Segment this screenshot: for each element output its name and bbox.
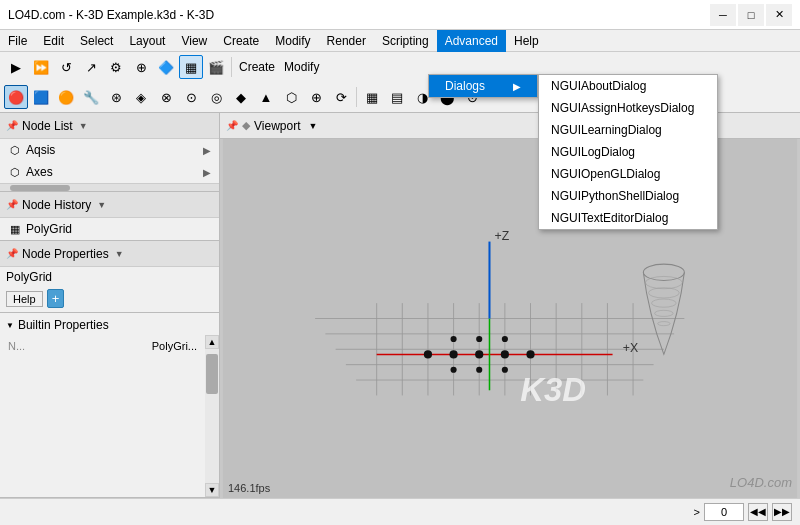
props-vscroll[interactable]: ▲ ▼ xyxy=(205,335,219,497)
toolbar-btn-select[interactable]: ▦ xyxy=(179,55,203,79)
watermark: LO4D.com xyxy=(730,474,792,490)
submenu-item-texteditor[interactable]: NGUITextEditorDialog xyxy=(539,207,717,229)
axes-arrow: ▶ xyxy=(203,167,211,178)
viewport-title: Viewport xyxy=(254,119,300,133)
svg-point-27 xyxy=(476,336,482,342)
svg-text:+X: +X xyxy=(623,341,638,355)
svg-point-31 xyxy=(502,367,508,373)
menu-advanced[interactable]: Advanced xyxy=(437,30,506,52)
toolbar-btn-render[interactable]: 🎬 xyxy=(204,55,228,79)
toolbar-btn-new[interactable]: ▶ xyxy=(4,55,28,79)
toolbar-btn-t10[interactable]: ◆ xyxy=(229,85,253,109)
toolbar-btn-move[interactable]: ↗ xyxy=(79,55,103,79)
help-button[interactable]: Help xyxy=(6,291,43,307)
menu-select[interactable]: Select xyxy=(72,30,121,52)
submenu-item-python[interactable]: NGUIPythonShellDialog xyxy=(539,185,717,207)
toolbar-modify-label: Modify xyxy=(280,60,323,74)
toolbar-btn-rotate[interactable]: ⚙ xyxy=(104,55,128,79)
menu-modify[interactable]: Modify xyxy=(267,30,318,52)
toolbar-btn-t5[interactable]: ⊛ xyxy=(104,85,128,109)
node-list-scrollbar[interactable] xyxy=(0,183,219,191)
submenu-item-opengl[interactable]: NGUIOpenGLDialog xyxy=(539,163,717,185)
dialogs-menu-item[interactable]: Dialogs ▶ xyxy=(429,75,537,97)
prop-item-1[interactable]: N... PolyGri... xyxy=(0,335,205,357)
statusbar-value-input[interactable] xyxy=(704,503,744,521)
props-help-row: Help + xyxy=(0,287,219,310)
toolbar-sep1 xyxy=(231,57,232,77)
node-history-header: 📌 Node History ▼ xyxy=(0,192,219,218)
node-history-arrow[interactable]: ▼ xyxy=(97,200,106,210)
svg-point-22 xyxy=(475,350,483,358)
menu-render[interactable]: Render xyxy=(319,30,374,52)
vscroll-down[interactable]: ▼ xyxy=(205,483,219,497)
toolbar-btn-t16[interactable]: ▤ xyxy=(385,85,409,109)
toolbar-btn-t11[interactable]: ▲ xyxy=(254,85,278,109)
statusbar-prev-btn[interactable]: ◀◀ xyxy=(748,503,768,521)
node-list-item-axes[interactable]: ⬡ Axes ▶ xyxy=(0,161,219,183)
toolbar-btn-t12[interactable]: ⬡ xyxy=(279,85,303,109)
node-list-scrollbar-thumb xyxy=(10,185,70,191)
node-list-title: Node List xyxy=(22,119,73,133)
svg-point-24 xyxy=(449,350,457,358)
node-history-item-polygrid[interactable]: ▦ PolyGrid xyxy=(0,218,219,240)
menu-layout[interactable]: Layout xyxy=(121,30,173,52)
vscroll-up[interactable]: ▲ xyxy=(205,335,219,349)
svg-point-28 xyxy=(502,336,508,342)
svg-text:+Z: +Z xyxy=(495,229,510,243)
toolbar-btn-t6[interactable]: ◈ xyxy=(129,85,153,109)
menu-create[interactable]: Create xyxy=(215,30,267,52)
viewport-arrow[interactable]: ▼ xyxy=(308,121,317,131)
toolbar-btn-t15[interactable]: ▦ xyxy=(360,85,384,109)
svg-point-23 xyxy=(501,350,509,358)
viewport-pin-icon: 📌 xyxy=(226,120,238,131)
minimize-button[interactable]: ─ xyxy=(710,4,736,26)
aqsis-arrow: ▶ xyxy=(203,145,211,156)
close-button[interactable]: ✕ xyxy=(766,4,792,26)
maximize-button[interactable]: □ xyxy=(738,4,764,26)
toolbar-btn-t3[interactable]: 🟠 xyxy=(54,85,78,109)
svg-text:K3D: K3D xyxy=(520,371,586,408)
toolbar-btn-t9[interactable]: ◎ xyxy=(204,85,228,109)
add-property-button[interactable]: + xyxy=(47,289,65,308)
statusbar-nav: > ◀◀ ▶▶ xyxy=(694,503,792,521)
toolbar-btn-5[interactable]: 🔷 xyxy=(154,55,178,79)
node-list-arrow[interactable]: ▼ xyxy=(79,121,88,131)
dialogs-arrow: ▶ xyxy=(513,81,521,92)
menu-view[interactable]: View xyxy=(173,30,215,52)
menu-file[interactable]: File xyxy=(0,30,35,52)
advanced-dropdown[interactable]: Dialogs ▶ xyxy=(428,74,538,98)
statusbar-next-btn[interactable]: ▶▶ xyxy=(772,503,792,521)
submenu-item-log[interactable]: NGUILogDialog xyxy=(539,141,717,163)
toolbar-btn-t2[interactable]: 🟦 xyxy=(29,85,53,109)
svg-point-32 xyxy=(451,367,457,373)
submenu-item-hotkeys[interactable]: NGUIAssignHotkeysDialog xyxy=(539,97,717,119)
toolbar-btn-open[interactable]: ⏩ xyxy=(29,55,53,79)
dialogs-submenu[interactable]: NGUIAboutDialog NGUIAssignHotkeysDialog … xyxy=(538,74,718,230)
aqsis-icon: ⬡ xyxy=(8,143,22,157)
svg-point-30 xyxy=(476,367,482,373)
menu-help[interactable]: Help xyxy=(506,30,547,52)
fps-label: 146.1fps xyxy=(228,482,270,494)
submenu-item-about[interactable]: NGUIAboutDialog xyxy=(539,75,717,97)
node-history-title: Node History xyxy=(22,198,91,212)
menu-scripting[interactable]: Scripting xyxy=(374,30,437,52)
toolbar-btn-scale[interactable]: ⊕ xyxy=(129,55,153,79)
toolbar-create-label: Create xyxy=(235,60,279,74)
toolbar-btn-t4[interactable]: 🔧 xyxy=(79,85,103,109)
polygrid-icon: ▦ xyxy=(8,222,22,236)
toolbar-btn-t14[interactable]: ⟳ xyxy=(329,85,353,109)
node-properties-section: 📌 Node Properties ▼ PolyGrid Help + ▼ Bu… xyxy=(0,241,219,498)
node-properties-arrow[interactable]: ▼ xyxy=(115,249,124,259)
toolbar-btn-t7[interactable]: ⊗ xyxy=(154,85,178,109)
props-divider xyxy=(0,312,219,313)
toolbar-sep2 xyxy=(356,87,357,107)
toolbar-btn-cursor[interactable]: ↺ xyxy=(54,55,78,79)
toolbar-btn-t1[interactable]: 🔴 xyxy=(4,85,28,109)
node-properties-title: Node Properties xyxy=(22,247,109,261)
submenu-item-learning[interactable]: NGUILearningDialog xyxy=(539,119,717,141)
titlebar: LO4D.com - K-3D Example.k3d - K-3D ─ □ ✕ xyxy=(0,0,800,30)
toolbar-btn-t8[interactable]: ⊙ xyxy=(179,85,203,109)
menu-edit[interactable]: Edit xyxy=(35,30,72,52)
toolbar-btn-t13[interactable]: ⊕ xyxy=(304,85,328,109)
node-list-item-aqsis[interactable]: ⬡ Aqsis ▶ xyxy=(0,139,219,161)
